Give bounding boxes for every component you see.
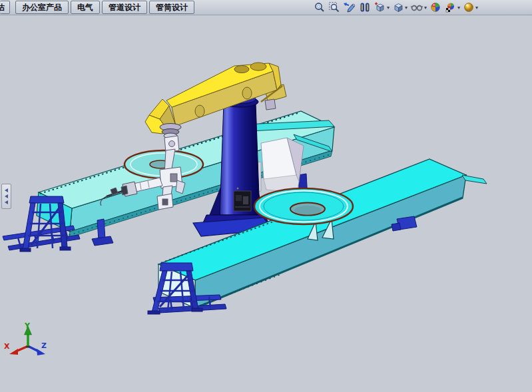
turntable-ring-right[interactable] [254,188,353,224]
zoom-to-area-icon[interactable] [328,1,341,14]
tab-tubing-design[interactable]: 管筒设计 [149,1,194,14]
heads-up-view-toolbar [313,1,479,14]
axis-label-z: Z [41,341,47,350]
command-toolbar: 估 办公室产品 电气 管道设计 管筒设计 [0,0,532,15]
axis-label-x: X [4,342,10,351]
tab-gap [11,0,14,15]
view-orientation-icon[interactable] [373,1,390,14]
edit-appearance-icon[interactable] [429,1,442,14]
graphics-viewport[interactable]: Y X Z [0,15,532,392]
tab-piping-design[interactable]: 管道设计 [102,1,147,14]
featuremanager-collapse-button[interactable] [1,184,11,209]
beam-strip[interactable] [462,175,487,184]
reference-triad: Y X Z [4,321,47,355]
apply-scene-icon[interactable] [443,1,461,14]
collapse-arrow-icon [5,194,8,198]
hide-show-items-icon[interactable] [409,1,427,14]
tab-electrical[interactable]: 电气 [71,1,100,14]
collapse-arrow-icon [5,200,8,204]
model-scene[interactable]: Y X Z [0,15,532,392]
tab-office-products[interactable]: 办公室产品 [15,1,69,14]
zoom-to-fit-icon[interactable] [313,1,326,14]
collapse-arrow-icon [5,188,8,192]
section-view-icon[interactable] [358,1,372,14]
display-style-icon[interactable] [392,1,408,14]
previous-view-icon[interactable] [342,1,357,14]
commandmanager-tabs: 估 办公室产品 电气 管道设计 管筒设计 [0,0,195,15]
view-settings-icon[interactable] [462,1,479,14]
control-box[interactable] [234,188,251,212]
axis-label-y: Y [24,321,31,330]
tab-evaluate-partial[interactable]: 估 [0,1,10,14]
